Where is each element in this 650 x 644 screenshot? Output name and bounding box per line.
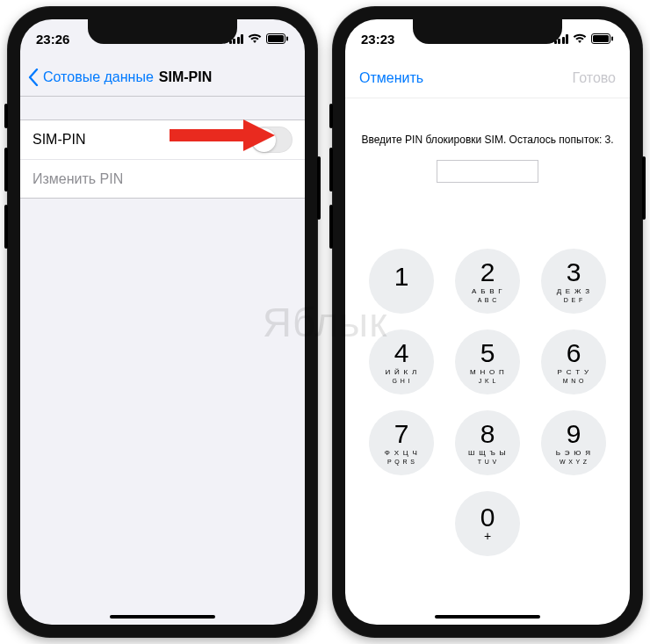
key-1[interactable]: 1 — [369, 249, 434, 314]
key-digit: 2 — [480, 259, 495, 286]
key-letters-en: T U V — [478, 459, 497, 465]
back-button[interactable]: Сотовые данные — [27, 69, 154, 86]
key-letters-ru: Ш Щ Ъ Ы — [468, 449, 507, 457]
key-letters-ru: Р С Т У — [558, 368, 590, 376]
vol-up-button — [329, 148, 333, 192]
phone-frame-left: 23:26 Сотовые данные — [8, 7, 317, 637]
key-letters-en: D E F — [564, 297, 583, 303]
screen-left: 23:26 Сотовые данные — [20, 19, 305, 625]
battery-icon — [591, 32, 614, 47]
key-letters-en: G H I — [393, 378, 411, 384]
vol-up-button — [4, 148, 8, 192]
power-button — [642, 156, 646, 220]
pin-input[interactable] — [437, 160, 538, 183]
mute-switch — [4, 104, 8, 128]
key-plus: + — [484, 529, 491, 543]
key-digit: 5 — [480, 340, 495, 366]
key-digit: 8 — [480, 421, 495, 447]
key-0[interactable]: 0 + — [455, 491, 520, 556]
phone-frame-right: 23:23 Отменить Готово В — [333, 7, 642, 637]
back-label: Сотовые данные — [43, 69, 154, 85]
key-5[interactable]: 5 М Н О П J K L — [455, 329, 520, 394]
key-letters-en: P Q R S — [387, 459, 415, 465]
wifi-icon — [573, 32, 587, 47]
key-digit: 1 — [394, 264, 409, 290]
annotation-red-arrow — [170, 119, 275, 151]
status-time: 23:23 — [361, 32, 394, 47]
notch — [88, 19, 237, 44]
power-button — [317, 156, 321, 220]
pin-prompt: Введите PIN блокировки SIM. Осталось поп… — [361, 134, 614, 146]
key-letters-en: W X Y Z — [560, 459, 588, 465]
nav-bar: Сотовые данные SIM-PIN — [20, 58, 305, 97]
status-time: 23:26 — [36, 32, 69, 47]
key-letters — [400, 292, 403, 300]
vol-down-button — [4, 205, 8, 249]
pin-area: Введите PIN блокировки SIM. Осталось поп… — [345, 98, 630, 183]
chevron-left-icon — [27, 69, 40, 86]
key-2[interactable]: 2 А Б В Г A B C — [455, 249, 520, 314]
wifi-icon — [248, 32, 262, 47]
key-digit: 4 — [394, 340, 409, 366]
key-letters-en: M N O — [563, 378, 585, 384]
key-letters-ru: Ф Х Ц Ч — [385, 449, 418, 457]
keypad: 1 2 А Б В Г A B C 3 Д Е Ж З D E F 4 И Й … — [345, 249, 630, 556]
svg-rect-2 — [286, 36, 288, 40]
key-8[interactable]: 8 Ш Щ Ъ Ы T U V — [455, 410, 520, 475]
done-button[interactable]: Готово — [573, 70, 616, 86]
key-7[interactable]: 7 Ф Х Ц Ч P Q R S — [369, 410, 434, 475]
key-letters-ru: Д Е Ж З — [557, 287, 591, 295]
key-digit: 3 — [567, 259, 581, 286]
key-digit: 9 — [567, 421, 581, 447]
key-3[interactable]: 3 Д Е Ж З D E F — [541, 249, 606, 314]
key-letters-ru: М Н О П — [470, 368, 505, 376]
key-letters-en: J K L — [479, 378, 496, 384]
key-digit: 7 — [394, 421, 409, 447]
key-4[interactable]: 4 И Й К Л G H I — [369, 329, 434, 394]
cancel-button[interactable]: Отменить — [359, 70, 423, 86]
key-letters-en: A B C — [478, 297, 497, 303]
cell-change-pin[interactable]: Изменить PIN — [20, 159, 305, 198]
key-letters-ru: Ь Э Ю Я — [556, 449, 592, 457]
svg-rect-3 — [170, 129, 245, 141]
notch — [413, 19, 562, 44]
status-icons — [229, 32, 290, 47]
key-6[interactable]: 6 Р С Т У M N O — [541, 329, 606, 394]
key-9[interactable]: 9 Ь Э Ю Я W X Y Z — [541, 410, 606, 475]
cell-change-pin-label: Изменить PIN — [32, 171, 123, 187]
key-digit: 6 — [567, 340, 581, 366]
vol-down-button — [329, 205, 333, 249]
key-letters-ru: А Б В Г — [472, 287, 503, 295]
key-digit: 0 — [480, 504, 495, 531]
svg-rect-1 — [268, 35, 284, 42]
home-indicator[interactable] — [110, 615, 215, 619]
page-title: SIM-PIN — [159, 69, 212, 85]
status-icons — [554, 32, 615, 47]
modal-header: Отменить Готово — [345, 58, 630, 98]
battery-icon — [266, 32, 289, 47]
svg-rect-5 — [593, 35, 609, 42]
svg-rect-6 — [611, 36, 613, 40]
home-indicator[interactable] — [435, 615, 540, 619]
cell-sim-pin-label: SIM-PIN — [32, 132, 85, 148]
screen-right: 23:23 Отменить Готово В — [345, 19, 630, 625]
key-letters-ru: И Й К Л — [385, 368, 417, 376]
mute-switch — [329, 104, 333, 128]
